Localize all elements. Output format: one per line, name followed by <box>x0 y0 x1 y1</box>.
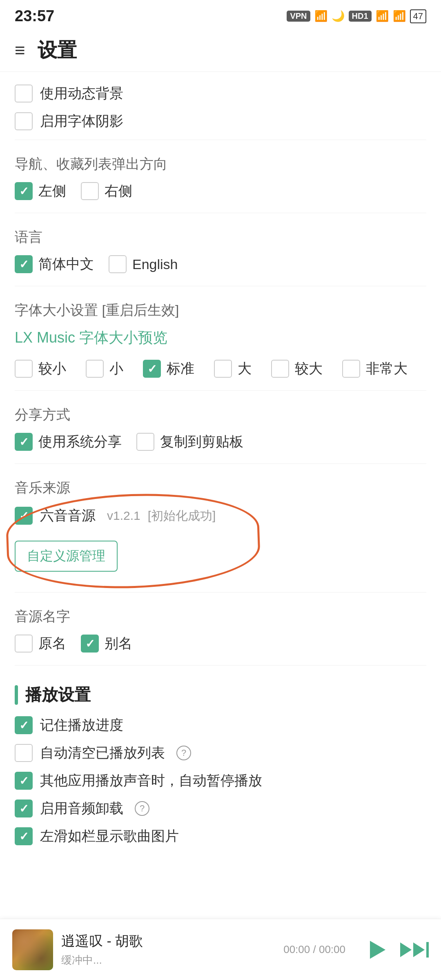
font-shadow-row: 启用字体阴影 <box>15 112 426 131</box>
lang-chinese-checkbox[interactable] <box>15 255 33 273</box>
auto-clear-help-icon[interactable]: ? <box>176 746 191 760</box>
font-larger-item: 较大 <box>271 359 323 378</box>
language-group: 简体中文 English <box>15 255 426 274</box>
playback-remember-row: 记住播放进度 <box>15 716 426 735</box>
font-small-label: 小 <box>109 359 123 378</box>
source-item: 六音音源 v1.2.1 [初始化成功] <box>15 506 426 525</box>
source-original-label: 原名 <box>38 634 66 653</box>
font-large-label: 大 <box>238 359 252 378</box>
playback-audio-unload-label: 启用音频卸载 <box>40 799 123 818</box>
font-standard-item: 标准 <box>143 359 194 378</box>
font-xlarge-item: 非常大 <box>342 359 408 378</box>
music-source-section: 六音音源 v1.2.1 [初始化成功] 自定义源管理 <box>15 506 426 572</box>
music-source-section-label: 音乐来源 <box>15 479 426 497</box>
font-large-checkbox[interactable] <box>214 360 232 378</box>
forward-button[interactable] <box>400 942 429 958</box>
source-name-group: 原名 别名 <box>15 634 426 653</box>
font-xlarge-label: 非常大 <box>366 359 408 378</box>
signal2-icon: 📶 <box>393 10 406 22</box>
font-shadow-checkbox[interactable] <box>15 112 33 130</box>
section-border <box>15 685 18 705</box>
battery-icon: 47 <box>410 9 426 23</box>
playback-remember-label: 记住播放进度 <box>40 716 123 735</box>
lang-chinese-item: 简体中文 <box>15 255 94 274</box>
playback-section-header: 播放设置 <box>15 684 426 706</box>
nav-left-checkbox[interactable] <box>15 182 33 200</box>
playback-auto-clear-row: 自动清空已播放列表 ? <box>15 744 426 762</box>
nav-right-item: 右侧 <box>81 182 132 200</box>
signal-icon: 📶 <box>376 10 389 22</box>
source-manage-button[interactable]: 自定义源管理 <box>15 541 118 572</box>
font-smaller-label: 较小 <box>38 359 66 378</box>
playback-auto-clear-checkbox[interactable] <box>15 744 33 762</box>
status-bar: 23:57 VPN 📶 🌙 HD1 📶 📶 47 <box>0 0 441 29</box>
share-clipboard-item: 复制到剪贴板 <box>136 432 243 451</box>
source-checkbox[interactable] <box>15 507 33 525</box>
font-standard-checkbox[interactable] <box>143 360 161 378</box>
nav-left-label: 左侧 <box>38 182 66 200</box>
forward-bar <box>426 942 429 958</box>
nav-right-label: 右侧 <box>105 182 132 200</box>
nav-right-checkbox[interactable] <box>81 182 99 200</box>
source-alias-label: 别名 <box>105 634 132 653</box>
font-smaller-item: 较小 <box>15 359 66 378</box>
font-small-checkbox[interactable] <box>86 360 104 378</box>
playback-audio-unload-row: 启用音频卸载 ? <box>15 799 426 818</box>
language-section: 语言 <box>15 228 426 247</box>
audio-unload-help-icon[interactable]: ? <box>135 801 149 816</box>
player-album-art <box>12 929 53 970</box>
play-icon <box>370 941 385 959</box>
bluetooth-icon: 📶 <box>314 10 327 22</box>
source-original-item: 原名 <box>15 634 66 653</box>
playback-show-cover-checkbox[interactable] <box>15 827 33 845</box>
nav-left-item: 左侧 <box>15 182 66 200</box>
share-system-checkbox[interactable] <box>15 433 33 451</box>
font-size-section: 字体大小设置 [重启后生效] <box>15 301 426 320</box>
font-preview: LX Music 字体大小预览 <box>15 328 426 348</box>
app-header: ≡ 设置 <box>0 29 441 72</box>
lang-english-checkbox[interactable] <box>109 255 127 273</box>
page-title: 设置 <box>38 37 77 63</box>
font-smaller-checkbox[interactable] <box>15 360 33 378</box>
source-version: v1.2.1 <box>107 509 140 523</box>
playback-show-cover-label: 左滑如栏显示歌曲图片 <box>40 827 179 846</box>
player-bar: 逍遥叹 - 胡歌 缓冲中... 00:00 / 00:00 <box>0 919 441 980</box>
source-original-checkbox[interactable] <box>15 635 33 653</box>
source-alias-item: 别名 <box>81 634 132 653</box>
source-status: [初始化成功] <box>148 508 216 524</box>
source-name-label: 六音音源 <box>40 506 96 525</box>
playback-show-cover-row: 左滑如栏显示歌曲图片 <box>15 827 426 846</box>
playback-pause-other-label: 其他应用播放声音时，自动暂停播放 <box>40 771 262 790</box>
playback-pause-other-checkbox[interactable] <box>15 772 33 790</box>
player-info: 逍遥叹 - 胡歌 缓冲中... <box>61 932 275 967</box>
animation-bg-checkbox[interactable] <box>15 85 33 102</box>
share-system-item: 使用系统分享 <box>15 432 122 451</box>
share-group: 使用系统分享 复制到剪贴板 <box>15 432 426 451</box>
lang-chinese-label: 简体中文 <box>38 255 94 274</box>
playback-section-label: 播放设置 <box>25 684 91 706</box>
play-button[interactable] <box>362 935 390 964</box>
animation-bg-label: 使用动态背景 <box>40 84 123 103</box>
share-section: 分享方式 <box>15 405 426 424</box>
font-small-item: 小 <box>86 359 123 378</box>
font-large-item: 大 <box>214 359 252 378</box>
font-size-row: 较小 小 标准 大 较大 非常大 <box>15 359 426 378</box>
playback-remember-checkbox[interactable] <box>15 716 33 734</box>
lang-english-label: English <box>132 256 178 272</box>
player-controls <box>362 935 429 964</box>
font-standard-label: 标准 <box>167 359 194 378</box>
lang-english-item: English <box>109 255 178 273</box>
font-larger-checkbox[interactable] <box>271 360 289 378</box>
font-xlarge-checkbox[interactable] <box>342 360 360 378</box>
share-clipboard-checkbox[interactable] <box>136 433 154 451</box>
playback-audio-unload-checkbox[interactable] <box>15 800 33 817</box>
hd-icon: HD1 <box>349 11 372 22</box>
source-alias-checkbox[interactable] <box>81 635 99 653</box>
menu-icon[interactable]: ≡ <box>15 41 25 59</box>
font-shadow-label: 启用字体阴影 <box>40 112 123 131</box>
nav-direction-section: 导航、收藏列表弹出方向 <box>15 155 426 174</box>
animation-bg-row: 使用动态背景 <box>15 84 426 103</box>
settings-content: 使用动态背景 启用字体阴影 导航、收藏列表弹出方向 左侧 右侧 语言 简体中文 … <box>0 84 441 911</box>
playback-pause-other-row: 其他应用播放声音时，自动暂停播放 <box>15 771 426 790</box>
status-icons: VPN 📶 🌙 HD1 📶 📶 47 <box>287 9 426 23</box>
